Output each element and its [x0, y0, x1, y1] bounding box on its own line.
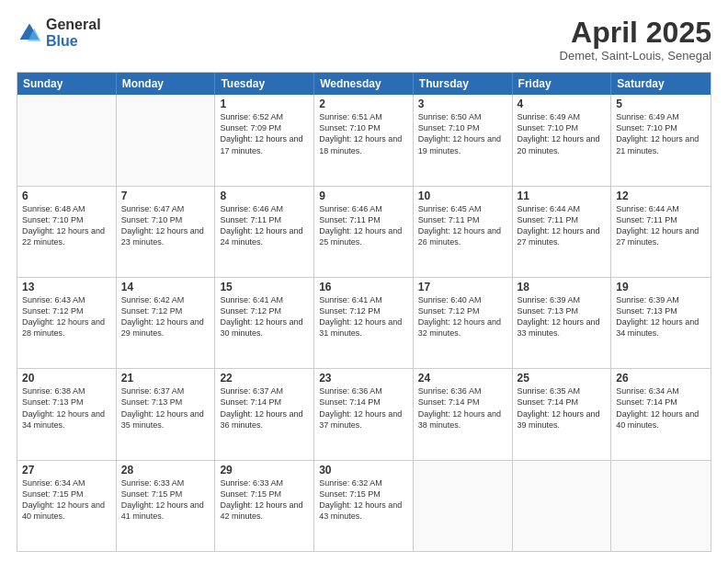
header-day-thursday: Thursday	[414, 73, 513, 95]
day-number: 11	[518, 190, 607, 202]
day-info: Sunrise: 6:39 AM Sunset: 7:13 PM Dayligh…	[616, 294, 706, 339]
day-info: Sunrise: 6:37 AM Sunset: 7:13 PM Dayligh…	[121, 385, 210, 431]
day-number: 9	[319, 190, 408, 202]
calendar-cell	[117, 95, 216, 185]
header-day-friday: Friday	[513, 73, 612, 95]
logo-blue-text: Blue	[46, 33, 101, 50]
day-number: 25	[518, 372, 607, 385]
day-number: 18	[518, 281, 607, 293]
logo-general-text: General	[46, 17, 101, 33]
logo-icon	[17, 20, 42, 46]
day-number: 29	[220, 464, 309, 477]
day-info: Sunrise: 6:44 AM Sunset: 7:11 PM Dayligh…	[616, 203, 706, 248]
day-number: 8	[220, 190, 309, 202]
day-info: Sunrise: 6:43 AM Sunset: 7:12 PM Dayligh…	[22, 294, 111, 339]
title-block: April 2025 Demet, Saint-Louis, Senegal	[560, 17, 711, 63]
day-number: 4	[518, 98, 607, 110]
calendar-cell: 13Sunrise: 6:43 AM Sunset: 7:12 PM Dayli…	[17, 278, 117, 368]
header-day-saturday: Saturday	[611, 73, 711, 95]
calendar-cell: 28Sunrise: 6:33 AM Sunset: 7:15 PM Dayli…	[117, 461, 216, 551]
month-title: April 2025	[560, 17, 711, 49]
calendar-cell: 5Sunrise: 6:49 AM Sunset: 7:10 PM Daylig…	[611, 95, 711, 185]
calendar-row-4: 27Sunrise: 6:34 AM Sunset: 7:15 PM Dayli…	[17, 460, 711, 551]
calendar-body: 1Sunrise: 6:52 AM Sunset: 7:09 PM Daylig…	[17, 95, 711, 551]
header-day-sunday: Sunday	[17, 73, 117, 95]
day-number: 19	[616, 281, 706, 293]
calendar-cell: 27Sunrise: 6:34 AM Sunset: 7:15 PM Dayli…	[17, 461, 117, 551]
day-number: 14	[121, 281, 210, 293]
day-number: 1	[220, 98, 309, 110]
day-info: Sunrise: 6:33 AM Sunset: 7:15 PM Dayligh…	[220, 477, 309, 523]
day-info: Sunrise: 6:46 AM Sunset: 7:11 PM Dayligh…	[319, 203, 408, 248]
calendar: SundayMondayTuesdayWednesdayThursdayFrid…	[17, 72, 711, 552]
day-info: Sunrise: 6:46 AM Sunset: 7:11 PM Dayligh…	[220, 203, 309, 248]
day-number: 28	[121, 464, 210, 477]
calendar-header: SundayMondayTuesdayWednesdayThursdayFrid…	[17, 73, 711, 95]
day-info: Sunrise: 6:36 AM Sunset: 7:14 PM Dayligh…	[319, 385, 408, 431]
calendar-cell: 29Sunrise: 6:33 AM Sunset: 7:15 PM Dayli…	[215, 461, 314, 551]
calendar-cell	[513, 461, 612, 551]
location-subtitle: Demet, Saint-Louis, Senegal	[560, 49, 711, 63]
calendar-cell: 22Sunrise: 6:37 AM Sunset: 7:14 PM Dayli…	[215, 369, 314, 459]
day-info: Sunrise: 6:32 AM Sunset: 7:15 PM Dayligh…	[319, 477, 408, 523]
day-number: 7	[121, 190, 210, 202]
day-number: 12	[616, 190, 706, 202]
day-info: Sunrise: 6:34 AM Sunset: 7:14 PM Dayligh…	[616, 385, 706, 431]
calendar-cell: 1Sunrise: 6:52 AM Sunset: 7:09 PM Daylig…	[215, 95, 314, 185]
calendar-cell	[611, 461, 711, 551]
calendar-cell	[17, 95, 117, 185]
calendar-cell: 26Sunrise: 6:34 AM Sunset: 7:14 PM Dayli…	[611, 369, 711, 459]
calendar-cell: 21Sunrise: 6:37 AM Sunset: 7:13 PM Dayli…	[117, 369, 216, 459]
calendar-cell: 8Sunrise: 6:46 AM Sunset: 7:11 PM Daylig…	[215, 187, 314, 277]
calendar-row-2: 13Sunrise: 6:43 AM Sunset: 7:12 PM Dayli…	[17, 277, 711, 368]
calendar-cell: 11Sunrise: 6:44 AM Sunset: 7:11 PM Dayli…	[513, 187, 612, 277]
day-number: 22	[220, 372, 309, 385]
day-number: 27	[22, 464, 111, 477]
day-number: 6	[22, 190, 111, 202]
day-number: 2	[319, 98, 408, 110]
calendar-cell: 19Sunrise: 6:39 AM Sunset: 7:13 PM Dayli…	[611, 278, 711, 368]
day-number: 24	[418, 372, 507, 385]
calendar-cell: 10Sunrise: 6:45 AM Sunset: 7:11 PM Dayli…	[414, 187, 513, 277]
calendar-cell: 16Sunrise: 6:41 AM Sunset: 7:12 PM Dayli…	[314, 278, 414, 368]
day-number: 20	[22, 372, 111, 385]
day-info: Sunrise: 6:39 AM Sunset: 7:13 PM Dayligh…	[518, 294, 607, 339]
header: General Blue April 2025 Demet, Saint-Lou…	[17, 17, 711, 63]
day-number: 13	[22, 281, 111, 293]
calendar-cell: 2Sunrise: 6:51 AM Sunset: 7:10 PM Daylig…	[314, 95, 414, 185]
logo-text: General Blue	[46, 17, 101, 49]
calendar-cell: 4Sunrise: 6:49 AM Sunset: 7:10 PM Daylig…	[513, 95, 612, 185]
calendar-cell: 25Sunrise: 6:35 AM Sunset: 7:14 PM Dayli…	[513, 369, 612, 459]
day-info: Sunrise: 6:52 AM Sunset: 7:09 PM Dayligh…	[220, 111, 309, 156]
day-info: Sunrise: 6:41 AM Sunset: 7:12 PM Dayligh…	[319, 294, 408, 339]
calendar-cell: 17Sunrise: 6:40 AM Sunset: 7:12 PM Dayli…	[414, 278, 513, 368]
header-day-monday: Monday	[117, 73, 216, 95]
header-day-wednesday: Wednesday	[314, 73, 414, 95]
day-number: 17	[418, 281, 507, 293]
day-number: 30	[319, 464, 408, 477]
day-number: 10	[418, 190, 507, 202]
day-info: Sunrise: 6:36 AM Sunset: 7:14 PM Dayligh…	[418, 385, 507, 431]
calendar-cell: 7Sunrise: 6:47 AM Sunset: 7:10 PM Daylig…	[117, 187, 216, 277]
day-number: 15	[220, 281, 309, 293]
day-number: 23	[319, 372, 408, 385]
day-info: Sunrise: 6:49 AM Sunset: 7:10 PM Dayligh…	[518, 111, 607, 156]
day-info: Sunrise: 6:51 AM Sunset: 7:10 PM Dayligh…	[319, 111, 408, 156]
page: General Blue April 2025 Demet, Saint-Lou…	[0, 0, 728, 563]
calendar-cell: 20Sunrise: 6:38 AM Sunset: 7:13 PM Dayli…	[17, 369, 117, 459]
calendar-row-0: 1Sunrise: 6:52 AM Sunset: 7:09 PM Daylig…	[17, 95, 711, 185]
day-info: Sunrise: 6:47 AM Sunset: 7:10 PM Dayligh…	[121, 203, 210, 248]
day-info: Sunrise: 6:49 AM Sunset: 7:10 PM Dayligh…	[616, 111, 706, 156]
day-info: Sunrise: 6:38 AM Sunset: 7:13 PM Dayligh…	[22, 385, 111, 431]
day-info: Sunrise: 6:34 AM Sunset: 7:15 PM Dayligh…	[22, 477, 111, 523]
day-info: Sunrise: 6:48 AM Sunset: 7:10 PM Dayligh…	[22, 203, 111, 248]
logo: General Blue	[17, 17, 101, 49]
day-info: Sunrise: 6:41 AM Sunset: 7:12 PM Dayligh…	[220, 294, 309, 339]
calendar-cell: 9Sunrise: 6:46 AM Sunset: 7:11 PM Daylig…	[314, 187, 414, 277]
day-info: Sunrise: 6:33 AM Sunset: 7:15 PM Dayligh…	[121, 477, 210, 523]
day-number: 21	[121, 372, 210, 385]
calendar-cell: 18Sunrise: 6:39 AM Sunset: 7:13 PM Dayli…	[513, 278, 612, 368]
calendar-cell	[414, 461, 513, 551]
day-info: Sunrise: 6:42 AM Sunset: 7:12 PM Dayligh…	[121, 294, 210, 339]
calendar-row-1: 6Sunrise: 6:48 AM Sunset: 7:10 PM Daylig…	[17, 186, 711, 277]
